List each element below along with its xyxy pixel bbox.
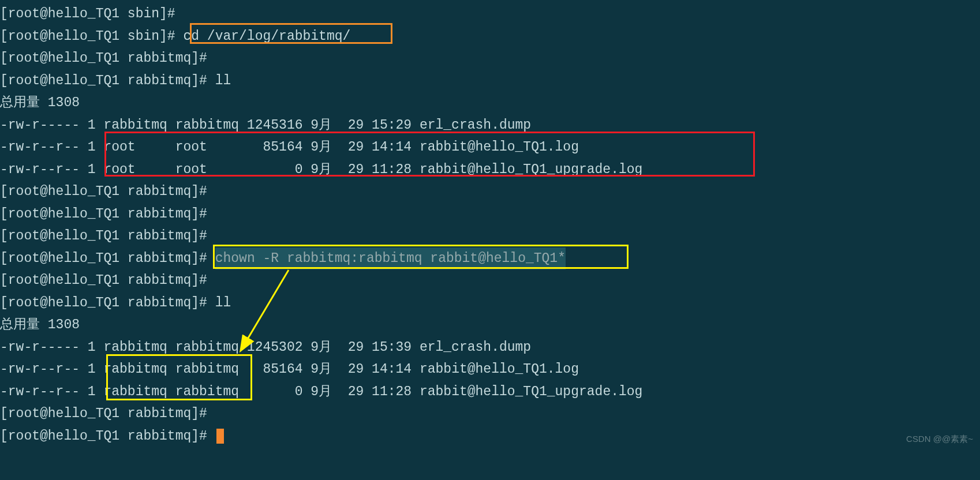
terminal-line: [root@hello_TQ1 rabbitmq]# [0,425,980,448]
terminal-line: [root@hello_TQ1 rabbitmq]# [0,225,980,247]
prompt: [root@hello_TQ1 rabbitmq]# [0,181,207,202]
terminal-line: [root@hello_TQ1 rabbitmq]# [0,203,980,226]
command-ll: ll [215,292,231,314]
prompt: [root@hello_TQ1 rabbitmq]# [0,292,215,314]
terminal-line: [root@hello_TQ1 sbin]# cd /var/log/rabbi… [0,25,980,48]
terminal-line: -rw-r----- 1 rabbitmq rabbitmq 1245316 9… [0,114,980,137]
terminal-line: -rw-r--r-- 1 rabbitmq rabbitmq 85164 9月 … [0,358,980,381]
file-entry-owner: root root 0 9月 29 11:28 rabbit@hello_TQ1… [103,159,642,181]
terminal-output[interactable]: [root@hello_TQ1 sbin]# [root@hello_TQ1 s… [0,3,980,447]
prompt: [root@hello_TQ1 rabbitmq]# [0,247,215,269]
terminal-line: [root@hello_TQ1 rabbitmq]# ll [0,70,980,92]
file-entry-rest: 0 9月 29 11:28 rabbit@hello_TQ1_upgrade.l… [239,381,642,403]
total-line: 总用量 1308 [0,314,80,336]
terminal-line: [root@hello_TQ1 rabbitmq]# ll [0,292,980,314]
prompt: [root@hello_TQ1 rabbitmq]# [0,47,207,69]
file-entry: -rw-r----- 1 rabbitmq rabbitmq 1245316 9… [0,114,531,136]
file-entry: -rw-r----- 1 rabbitmq rabbitmq 1245302 9… [0,336,531,358]
prompt: [root@hello_TQ1 rabbitmq]# [0,203,207,225]
prompt: [root@hello_TQ1 sbin]# [0,3,175,25]
file-entry-prefix: -rw-r--r-- 1 [0,159,103,181]
prompt: [root@hello_TQ1 rabbitmq]# [0,225,207,247]
terminal-line: -rw-r--r-- 1 root root 85164 9月 29 14:14… [0,136,980,159]
terminal-line: -rw-r--r-- 1 root root 0 9月 29 11:28 rab… [0,159,980,181]
terminal-line: [root@hello_TQ1 rabbitmq]# [0,47,980,70]
terminal-line: [root@hello_TQ1 rabbitmq]# [0,181,980,203]
terminal-line: 总用量 1308 [0,92,980,114]
terminal-line: [root@hello_TQ1 rabbitmq]# chown -R rabb… [0,247,980,270]
file-entry-owner: root root 85164 9月 29 14:14 rabbit@hello… [103,136,579,158]
command-cd: cd /var/log/rabbitmq/ [183,25,350,47]
terminal-line: [root@hello_TQ1 rabbitmq]# [0,269,980,292]
watermark: CSDN @@素素~ [906,432,973,447]
file-entry-owner: rabbitmq rabbitmq [103,381,239,403]
cursor-icon [216,429,224,444]
total-line: 总用量 1308 [0,92,80,114]
prompt: [root@hello_TQ1 rabbitmq]# [0,269,207,291]
prompt: [root@hello_TQ1 sbin]# [0,25,183,47]
file-entry-prefix: -rw-r--r-- 1 [0,358,103,380]
file-entry-prefix: -rw-r--r-- 1 [0,381,103,403]
prompt: [root@hello_TQ1 rabbitmq]# [0,403,207,425]
prompt: [root@hello_TQ1 rabbitmq]# [0,70,215,92]
file-entry-rest: 85164 9月 29 14:14 rabbit@hello_TQ1.log [239,358,579,380]
terminal-line: 总用量 1308 [0,314,980,336]
file-entry-owner: rabbitmq rabbitmq [103,358,239,380]
command-ll: ll [215,70,231,92]
terminal-line: [root@hello_TQ1 rabbitmq]# [0,403,980,425]
terminal-line: [root@hello_TQ1 sbin]# [0,3,980,25]
terminal-line: -rw-r----- 1 rabbitmq rabbitmq 1245302 9… [0,336,980,359]
prompt: [root@hello_TQ1 rabbitmq]# [0,425,215,447]
command-chown: chown -R rabbitmq:rabbitmq rabbit@hello_… [215,247,566,269]
terminal-line: -rw-r--r-- 1 rabbitmq rabbitmq 0 9月 29 1… [0,381,980,403]
file-entry-prefix: -rw-r--r-- 1 [0,136,103,158]
